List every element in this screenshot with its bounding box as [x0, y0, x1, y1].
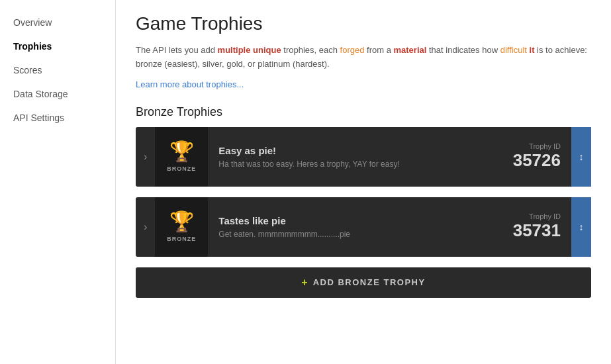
trophy-name-1: Easy as pie!	[218, 145, 481, 156]
sidebar-item-data-storage[interactable]: Data Storage	[0, 82, 115, 106]
trophy-expand-icon-1[interactable]: ›	[136, 151, 155, 163]
sort-up-icon-2: ↕	[579, 222, 584, 232]
trophy-image-box-2: 🏆 BRONZE	[155, 197, 208, 257]
trophy-material-2: BRONZE	[167, 236, 196, 242]
trophy-expand-icon-2[interactable]: ›	[136, 221, 155, 233]
trophy-id-label-2: Trophy ID	[502, 212, 561, 220]
trophy-card-1: › 🏆 BRONZE Easy as pie! Ha that was too …	[136, 127, 591, 187]
sidebar-item-scores[interactable]: Scores	[0, 58, 115, 82]
add-trophy-label: ADD BRONZE TROPHY	[313, 277, 426, 287]
sidebar-item-api-settings[interactable]: API Settings	[0, 106, 115, 130]
trophy-sort-btn-2[interactable]: ↕	[571, 197, 591, 257]
trophy-desc-1: Ha that was too easy. Heres a trophy, YA…	[218, 159, 481, 169]
trophy-id-value-2: 35731	[502, 220, 561, 241]
description-text: The API lets you add multiple unique tro…	[136, 44, 591, 71]
trophy-sort-btn-1[interactable]: ↕	[571, 127, 591, 187]
section-title: Bronze Trophies	[136, 105, 591, 119]
trophy-icon-2: 🏆	[169, 212, 194, 232]
add-bronze-trophy-button[interactable]: + ADD BRONZE TROPHY	[136, 267, 591, 298]
sidebar-item-trophies[interactable]: Trophies	[0, 34, 115, 58]
trophy-id-label-1: Trophy ID	[502, 142, 561, 150]
trophy-info-1: Easy as pie! Ha that was too easy. Heres…	[208, 138, 492, 175]
sort-up-icon-1: ↕	[579, 152, 584, 161]
trophy-id-block-1: Trophy ID 35726	[492, 136, 571, 177]
trophy-material-1: BRONZE	[167, 165, 196, 172]
page-title: Game Trophies	[136, 13, 591, 34]
sidebar-item-overview[interactable]: Overview	[0, 11, 115, 34]
trophy-desc-2: Get eaten. mmmmmmmmm..........pie	[218, 230, 481, 239]
learn-more-link[interactable]: Learn more about trophies...	[136, 79, 244, 89]
sidebar: Overview Trophies Scores Data Storage AP…	[0, 0, 116, 364]
plus-icon: +	[301, 277, 307, 289]
trophy-image-box-1: 🏆 BRONZE	[155, 127, 208, 187]
trophy-icon-1: 🏆	[169, 142, 194, 161]
trophy-name-2: Tastes like pie	[218, 215, 481, 226]
main-content: Game Trophies The API lets you add multi…	[116, 0, 611, 364]
trophy-card-2: › 🏆 BRONZE Tastes like pie Get eaten. mm…	[136, 197, 591, 257]
trophy-id-block-2: Trophy ID 35731	[492, 206, 571, 248]
trophy-id-value-1: 35726	[502, 150, 561, 171]
trophy-info-2: Tastes like pie Get eaten. mmmmmmmmm....…	[208, 208, 492, 246]
